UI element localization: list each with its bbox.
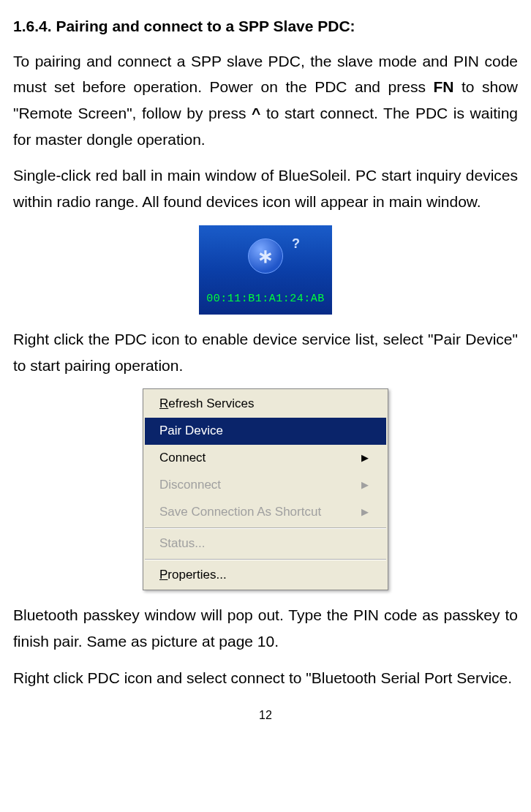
paragraph-2: Single-click red ball in main window of … [13, 162, 518, 214]
menu-shortcut-label: Save Connection As Shortcut [159, 502, 361, 523]
menu-item-properties[interactable]: Properties... [145, 562, 386, 589]
question-mark-icon: ? [292, 233, 300, 255]
menu-item-save-shortcut: Save Connection As Shortcut ▶ [145, 499, 386, 526]
menu-item-disconnect: Disconnect ▶ [145, 472, 386, 499]
menu-status-label: Status... [159, 533, 369, 555]
menu-item-connect[interactable]: Connect ▶ [145, 445, 386, 472]
menu-disconnect-label: Disconnect [159, 475, 361, 496]
para1-fn: FN [433, 78, 453, 95]
menu-pair-label: Pair Device [159, 421, 369, 442]
paragraph-1: To pairing and connect a SPP slave PDC, … [13, 48, 518, 153]
figure-bluetooth-device: ∗ ? 00:11:B1:A1:24:AB [13, 225, 518, 315]
menu-connect-label: Connect [159, 448, 361, 469]
page-number: 12 [13, 705, 518, 725]
bluetooth-icon: ∗ [248, 238, 283, 274]
submenu-arrow-icon: ▶ [361, 477, 369, 493]
menu-separator [145, 527, 386, 529]
menu-item-pair-device[interactable]: Pair Device [145, 418, 386, 445]
paragraph-3: Right click the PDC icon to enable devic… [13, 326, 518, 378]
submenu-arrow-icon: ▶ [361, 504, 369, 520]
figure-context-menu: Refresh Services Pair Device Connect ▶ D… [13, 388, 518, 590]
menu-refresh-label: efresh Services [168, 396, 254, 410]
menu-item-refresh-services[interactable]: Refresh Services [145, 391, 386, 418]
bluetooth-device-tile: ∗ ? 00:11:B1:A1:24:AB [199, 225, 332, 315]
bluetooth-glyph: ∗ [257, 247, 274, 266]
menu-separator [145, 559, 386, 560]
menu-item-status: Status... [145, 530, 386, 557]
section-heading: 1.6.4. Pairing and connect to a SPP Slav… [13, 13, 518, 40]
paragraph-4: Bluetooth passkey window will pop out. T… [13, 602, 518, 654]
bluetooth-mac-address: 00:11:B1:A1:24:AB [206, 290, 325, 309]
paragraph-5: Right click PDC icon and select connect … [13, 665, 518, 691]
para1-caret: ^ [252, 105, 260, 121]
context-menu: Refresh Services Pair Device Connect ▶ D… [143, 388, 388, 590]
submenu-arrow-icon: ▶ [361, 450, 369, 466]
menu-properties-label: roperties... [167, 568, 226, 582]
